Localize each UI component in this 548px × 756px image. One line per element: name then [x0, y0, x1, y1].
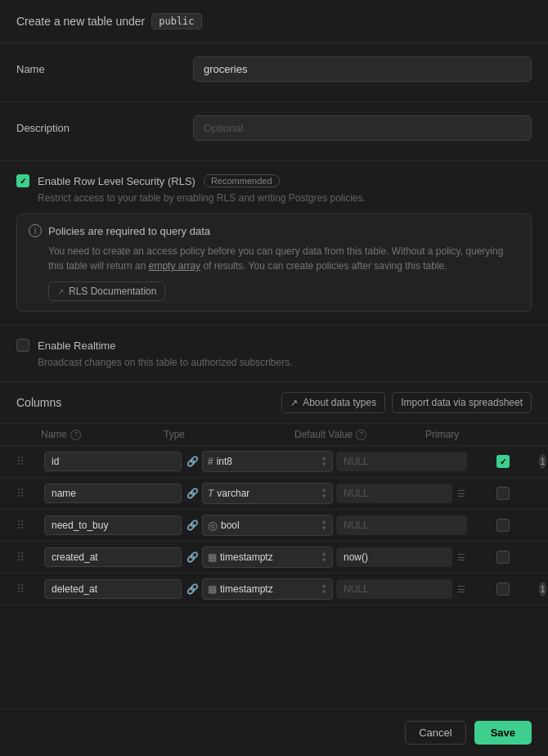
type-icon-calendar: ▦	[208, 551, 217, 563]
table-row: ⠿ 🔗 # int8 ▲▼ 1	[0, 446, 548, 478]
type-select[interactable]: varchar	[217, 488, 317, 499]
info-box-text: You need to create an access policy befo…	[48, 244, 519, 273]
rls-description: Restrict access to your table by enablin…	[38, 192, 532, 204]
type-cell: ◎ bool ▲▼	[202, 515, 333, 536]
page: Create a new table under public Name Des…	[0, 0, 548, 756]
sort-arrows: ▲▼	[321, 583, 327, 596]
primary-checkbox[interactable]	[496, 583, 510, 596]
realtime-label: Enable Realtime	[38, 340, 115, 352]
default-col-header: Default Value ?	[294, 429, 425, 440]
recommended-badge: Recommended	[204, 174, 280, 187]
cancel-button[interactable]: Cancel	[405, 721, 465, 745]
header-title: Create a new table under	[16, 15, 145, 28]
primary-checkbox[interactable]	[496, 487, 510, 500]
name-input[interactable]	[193, 56, 532, 82]
primary-checkbox[interactable]	[496, 551, 510, 564]
drag-handle[interactable]: ⠿	[16, 551, 41, 564]
save-button[interactable]: Save	[474, 721, 532, 745]
import-label: Import data via spreadsheet	[401, 397, 523, 408]
default-cell	[336, 515, 467, 535]
rls-info-box: i Policies are required to query data Yo…	[16, 214, 532, 312]
primary-cell	[470, 519, 536, 532]
drag-handle[interactable]: ⠿	[16, 487, 41, 500]
drag-handle[interactable]: ⠿	[16, 455, 41, 468]
default-value-input[interactable]	[336, 515, 467, 535]
col-name-input[interactable]	[44, 515, 182, 535]
col-name-input[interactable]	[44, 579, 182, 599]
info-text-2: of results. You can create policies afte…	[200, 260, 447, 272]
default-value-input[interactable]	[336, 547, 452, 567]
default-value-input[interactable]	[336, 484, 452, 503]
type-cell: # int8 ▲▼	[202, 451, 333, 472]
sort-arrows: ▲▼	[321, 551, 327, 564]
empty-array-link[interactable]: empty array	[149, 260, 200, 272]
primary-cell	[470, 583, 536, 596]
link-icon: 🔗	[186, 583, 199, 595]
type-select[interactable]: timestamptz	[220, 551, 317, 563]
realtime-row: Enable Realtime	[16, 339, 532, 352]
type-icon-bool: ◎	[208, 520, 218, 531]
realtime-checkbox[interactable]	[16, 339, 29, 352]
info-icon: i	[29, 224, 42, 237]
table-row: ⠿ 🔗 ◎ bool ▲▼ ⚙	[0, 510, 548, 542]
table-row: ⠿ 🔗 ▦ timestamptz ▲▼ ☰	[0, 574, 548, 605]
type-icon-calendar: ▦	[208, 583, 217, 595]
description-row: Description	[16, 115, 532, 141]
dialog-footer: Cancel Save	[0, 709, 548, 756]
list-icon-button[interactable]: ☰	[456, 487, 467, 501]
type-select[interactable]: int8	[217, 456, 317, 467]
list-icon-button[interactable]: ☰	[456, 551, 467, 565]
col-name-input[interactable]	[44, 547, 182, 567]
primary-col-label: Primary	[425, 429, 459, 440]
link-icon: 🔗	[186, 551, 199, 563]
dialog-header: Create a new table under public	[0, 0, 548, 43]
list-icon-button[interactable]: ☰	[456, 583, 467, 596]
rls-checkbox[interactable]	[16, 174, 29, 187]
primary-checkbox-checked[interactable]	[496, 455, 510, 468]
col-name-input[interactable]	[44, 484, 182, 503]
badge-circle: 1	[539, 582, 546, 596]
external-link-icon-2: ↗	[290, 398, 298, 408]
schema-badge: public	[151, 13, 201, 29]
description-label: Description	[16, 115, 180, 134]
link-icon: 🔗	[186, 488, 199, 499]
default-help-icon[interactable]: ?	[356, 430, 366, 440]
default-value-input[interactable]	[336, 579, 452, 599]
type-select[interactable]: bool	[221, 520, 317, 531]
type-wrapper: ◎ bool ▲▼	[202, 515, 333, 536]
realtime-description: Broadcast changes on this table to autho…	[38, 357, 532, 368]
description-input[interactable]	[193, 115, 532, 141]
actions-cell: ⚙ ✕	[539, 485, 548, 502]
col-name-input[interactable]	[44, 452, 182, 471]
primary-checkbox[interactable]	[496, 519, 510, 532]
drag-handle[interactable]: ⠿	[16, 519, 41, 532]
name-help-icon[interactable]: ?	[70, 430, 81, 440]
badge-circle: 1	[539, 454, 546, 469]
columns-actions: ↗ About data types Import data via sprea…	[281, 392, 532, 413]
import-spreadsheet-button[interactable]: Import data via spreadsheet	[392, 392, 532, 413]
drag-handle[interactable]: ⠿	[16, 583, 41, 596]
primary-cell	[470, 551, 536, 564]
rls-row: Enable Row Level Security (RLS) Recommen…	[16, 174, 532, 187]
name-cell: 🔗	[44, 452, 199, 471]
realtime-section: Enable Realtime Broadcast changes on thi…	[0, 326, 548, 382]
type-select[interactable]: timestamptz	[220, 583, 317, 595]
info-box-header: i Policies are required to query data	[29, 224, 519, 237]
columns-section: Columns ↗ About data types Import data v…	[0, 382, 548, 709]
columns-title: Columns	[16, 396, 61, 409]
name-cell: 🔗	[44, 515, 199, 535]
default-cell: ☰	[336, 579, 467, 599]
columns-header: Columns ↗ About data types Import data v…	[0, 382, 548, 424]
primary-cell	[470, 487, 536, 500]
name-cell: 🔗	[44, 547, 199, 567]
name-section: Name	[0, 43, 548, 102]
table-row: ⠿ 🔗 ▦ timestamptz ▲▼ ☰	[0, 542, 548, 574]
default-value-input[interactable]	[336, 452, 467, 471]
primary-col-header: Primary	[425, 429, 491, 440]
type-cell: T varchar ▲▼	[202, 483, 333, 504]
about-data-types-button[interactable]: ↗ About data types	[281, 392, 385, 413]
rls-doc-label: RLS Documentation	[69, 286, 156, 297]
type-wrapper: ▦ timestamptz ▲▼	[202, 578, 333, 600]
type-wrapper: # int8 ▲▼	[202, 451, 333, 472]
rls-doc-button[interactable]: ↗ RLS Documentation	[48, 281, 165, 301]
